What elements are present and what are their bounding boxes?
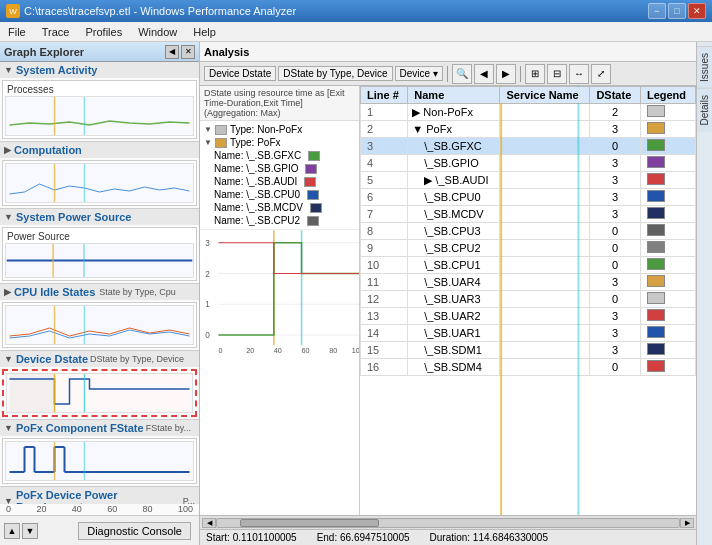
- cell-name: \_SB.SDM1: [408, 342, 500, 359]
- cpu-idle-states-chart[interactable]: [5, 305, 194, 345]
- minimize-button[interactable]: −: [648, 3, 666, 19]
- dstate-type-dropdown[interactable]: DState by Type, Device: [278, 66, 392, 81]
- table-row[interactable]: 12 \_SB.UAR3 0: [361, 291, 696, 308]
- horizontal-scrollbar[interactable]: ◀ ▶: [200, 515, 696, 529]
- window-title: C:\traces\tracefsvp.etl - Windows Perfor…: [24, 5, 296, 17]
- table-row[interactable]: 2 ▼ PoFx 3: [361, 121, 696, 138]
- toolbar-icon-6[interactable]: ↔: [569, 64, 589, 84]
- panel-pin-button[interactable]: ◀: [165, 45, 179, 59]
- scrollbar-track[interactable]: [216, 518, 680, 528]
- cell-legend: [640, 359, 695, 376]
- restore-button[interactable]: □: [668, 3, 686, 19]
- table-row[interactable]: 5 ▶ \_SB.AUDI 3: [361, 172, 696, 189]
- toolbar-icon-1[interactable]: 🔍: [452, 64, 472, 84]
- left-panel-footer: ▲ ▼ Diagnostic Console: [0, 515, 199, 545]
- cell-legend: [640, 121, 695, 138]
- pofx-device-label: PoFx Device Power Requirement: [16, 489, 181, 504]
- cell-name: \_SB.CPU3: [408, 223, 500, 240]
- table-row[interactable]: 6 \_SB.CPU0 3: [361, 189, 696, 206]
- system-power-source-header[interactable]: ▼ System Power Source: [0, 209, 199, 225]
- svg-text:3: 3: [205, 239, 210, 248]
- scrollbar-thumb[interactable]: [240, 519, 379, 527]
- cell-line: 1: [361, 104, 408, 121]
- computation-chart[interactable]: [5, 163, 194, 203]
- svg-text:0: 0: [205, 331, 210, 340]
- cell-line: 6: [361, 189, 408, 206]
- menu-file[interactable]: File: [0, 24, 34, 40]
- toolbar-icon-4[interactable]: ⊞: [525, 64, 545, 84]
- svg-rect-10: [10, 306, 190, 344]
- tab-issues[interactable]: Issues: [697, 46, 712, 88]
- col-dstate[interactable]: DState: [590, 87, 641, 104]
- power-source-chart[interactable]: [5, 243, 194, 278]
- table-row[interactable]: 13 \_SB.UAR2 3: [361, 308, 696, 325]
- table-row[interactable]: 4 \_SB.GPIO 3: [361, 155, 696, 172]
- computation-header[interactable]: ▶ Computation: [0, 142, 199, 158]
- cpu-idle-states-sublabel: State by Type, Cpu: [99, 287, 175, 297]
- series-color-2: [308, 151, 320, 161]
- diagnostic-console-button[interactable]: Diagnostic Console: [78, 522, 191, 540]
- device-dstate-header[interactable]: ▼ Device Dstate DState by Type, Device: [0, 351, 199, 367]
- toolbar-icon-5[interactable]: ⊟: [547, 64, 567, 84]
- left-panel-axis: 020406080100: [4, 504, 195, 514]
- table-row[interactable]: 16 \_SB.SDM4 0: [361, 359, 696, 376]
- device-dstate-chart[interactable]: [6, 373, 193, 413]
- table-row[interactable]: 7 \_SB.MCDV 3: [361, 206, 696, 223]
- table-row[interactable]: 11 \_SB.UAR4 3: [361, 274, 696, 291]
- svg-text:2: 2: [205, 270, 210, 279]
- table-row[interactable]: 14 \_SB.UAR1 3: [361, 325, 696, 342]
- series-item-6: Name: \_.SB.MCDV: [204, 201, 355, 214]
- col-line[interactable]: Line #: [361, 87, 408, 104]
- series-label-4: Name: \_.SB.AUDI: [214, 176, 297, 187]
- table-row[interactable]: 3 \_SB.GFXC 0: [361, 138, 696, 155]
- pofx-component-chart[interactable]: [5, 441, 194, 481]
- series-label-3: Name: \_.SB.GPIO: [214, 163, 298, 174]
- computation-label: Computation: [14, 144, 82, 156]
- cell-line: 10: [361, 257, 408, 274]
- toolbar-icon-7[interactable]: ⤢: [591, 64, 611, 84]
- table-row[interactable]: 10 \_SB.CPU1 0: [361, 257, 696, 274]
- cell-dstate: 3: [590, 155, 641, 172]
- tab-details[interactable]: Details: [697, 88, 712, 132]
- cell-service: [500, 325, 590, 342]
- cell-dstate: 2: [590, 104, 641, 121]
- toolbar-icon-2[interactable]: ◀: [474, 64, 494, 84]
- series-label-1: Type: PoFx: [230, 137, 281, 148]
- nav-down-button[interactable]: ▼: [22, 523, 38, 539]
- menu-profiles[interactable]: Profiles: [77, 24, 130, 40]
- window-controls[interactable]: − □ ✕: [648, 3, 706, 19]
- analysis-body: DState using resource time as [Exit Time…: [200, 86, 696, 515]
- cell-dstate: 0: [590, 291, 641, 308]
- nav-up-button[interactable]: ▲: [4, 523, 20, 539]
- menu-trace[interactable]: Trace: [34, 24, 78, 40]
- pofx-component-header[interactable]: ▼ PoFx Component FState FState by...: [0, 420, 199, 436]
- device-dropdown[interactable]: Device ▾: [395, 66, 443, 81]
- col-service[interactable]: Service Name: [500, 87, 590, 104]
- cell-dstate: 3: [590, 121, 641, 138]
- scroll-right-button[interactable]: ▶: [680, 518, 694, 528]
- table-row[interactable]: 9 \_SB.CPU2 0: [361, 240, 696, 257]
- svg-text:20: 20: [246, 347, 254, 355]
- table-row[interactable]: 15 \_SB.SDM1 3: [361, 342, 696, 359]
- menu-window[interactable]: Window: [130, 24, 185, 40]
- cell-service: [500, 223, 590, 240]
- table-row[interactable]: 8 \_SB.CPU3 0: [361, 223, 696, 240]
- processes-chart[interactable]: [5, 96, 194, 136]
- cpu-idle-states-header[interactable]: ▶ CPU Idle States State by Type, Cpu: [0, 284, 199, 300]
- panel-close-button[interactable]: ✕: [181, 45, 195, 59]
- pofx-device-header[interactable]: ▼ PoFx Device Power Requirement P...: [0, 487, 199, 504]
- section-system-activity: ▼ System Activity Processes: [0, 62, 199, 142]
- system-activity-header[interactable]: ▼ System Activity: [0, 62, 199, 78]
- pofx-component-sublabel: FState by...: [146, 423, 191, 433]
- close-button[interactable]: ✕: [688, 3, 706, 19]
- menu-help[interactable]: Help: [185, 24, 224, 40]
- table-area[interactable]: Line # Name Service Name DState Legend 1…: [360, 86, 696, 515]
- toolbar-icon-3[interactable]: ▶: [496, 64, 516, 84]
- col-name[interactable]: Name: [408, 87, 500, 104]
- scroll-left-button[interactable]: ◀: [202, 518, 216, 528]
- col-legend[interactable]: Legend: [640, 87, 695, 104]
- table-row[interactable]: 1 ▶ Non-PoFx 2: [361, 104, 696, 121]
- device-dstate-dropdown[interactable]: Device Dstate: [204, 66, 276, 81]
- analysis-area: Analysis Device Dstate DState by Type, D…: [200, 42, 696, 545]
- computation-panel: [2, 160, 197, 206]
